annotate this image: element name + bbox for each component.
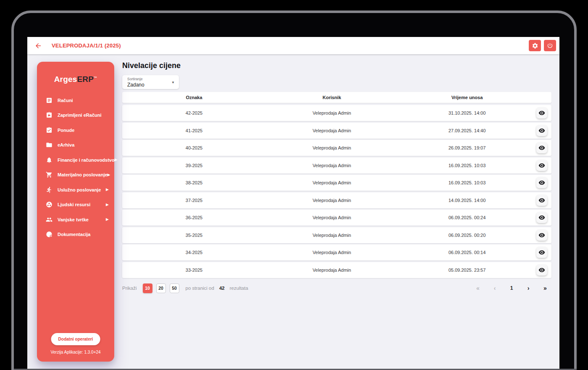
cell-vrijeme: 06.09.2025. 00:14 xyxy=(398,250,536,255)
sort-select[interactable]: Sortiranje Zadano ▼ xyxy=(122,75,179,89)
view-row-button[interactable] xyxy=(536,142,547,153)
cell-oznaka: 42-2025 xyxy=(122,110,266,115)
sidebar-item-materijalno-poslovanje[interactable]: Materijalno poslovanje ▶ xyxy=(37,168,114,183)
page-size-buttons: 102050 xyxy=(143,283,183,293)
topbar-actions xyxy=(529,40,556,51)
sort-label: Sortiranje xyxy=(127,77,175,81)
page-size-50-button[interactable]: 50 xyxy=(170,283,179,293)
chevrons-right-icon[interactable]: » xyxy=(539,285,551,291)
view-row-button[interactable] xyxy=(536,108,547,118)
view-row-button[interactable] xyxy=(536,195,547,206)
chevron-right-icon: ▶ xyxy=(106,188,109,192)
cell-korisnik: Veleprodaja Admin xyxy=(266,163,398,168)
sidebar-item-vanjske-tvrtke[interactable]: Vanjske tvrtke ▶ xyxy=(37,212,114,227)
breadcrumb-title: VELEPRODAJA/1/1 (2025) xyxy=(52,42,121,49)
sidebar-item-dokumentacija[interactable]: Dokumentacija ▶ xyxy=(37,227,114,242)
view-row-button[interactable] xyxy=(536,212,547,223)
view-row-button[interactable] xyxy=(536,177,547,188)
pagination-bar: Prikaži 102050 po stranici od 42 rezulta… xyxy=(122,283,551,293)
app-version-label: Verzija Aplikacije: 1.3.0+24 xyxy=(37,350,114,354)
cart-icon xyxy=(46,171,52,178)
app-logo: ArgesERP™ xyxy=(37,75,114,84)
cell-vrijeme: 16.09.2025. 10:03 xyxy=(398,163,536,168)
table-row: 34-2025 Veleprodaja Admin 06.09.2025. 00… xyxy=(122,244,551,260)
sidebar-item-zaprimljeni-era-uni[interactable]: Zaprimljeni eRačuni ▶ xyxy=(37,108,114,123)
column-header-korisnik: Korisnik xyxy=(266,95,398,100)
cell-korisnik: Veleprodaja Admin xyxy=(266,233,398,238)
top-app-bar: VELEPRODAJA/1/1 (2025) xyxy=(27,37,559,54)
chevron-right-icon: ▶ xyxy=(106,203,109,207)
cell-vrijeme: 27.09.2025. 14:40 xyxy=(398,128,536,133)
table-header: Oznaka Korisnik Vrijeme unosa xyxy=(122,92,551,103)
pagination-prefix-label: Prikaži xyxy=(122,286,137,291)
additional-operators-button[interactable]: Dodatni operateri xyxy=(51,333,100,345)
cell-vrijeme: 14.09.2025. 14:00 xyxy=(398,198,536,203)
eye-icon xyxy=(538,127,545,134)
view-row-button[interactable] xyxy=(536,265,547,276)
chevron-right-icon: ▶ xyxy=(106,218,109,221)
group-work-icon xyxy=(46,201,52,208)
cell-korisnik: Veleprodaja Admin xyxy=(266,215,398,220)
sort-value: Zadano xyxy=(127,82,175,88)
eye-icon xyxy=(538,214,545,221)
power-button[interactable] xyxy=(544,40,556,51)
eye-icon xyxy=(538,197,545,204)
sidebar-menu: Računi ▶ Zaprimljeni eRačuni ▶ Ponude ▶ … xyxy=(37,93,114,242)
column-header-vrijeme-unosa: Vrijeme unosa xyxy=(398,95,536,100)
table-row: 33-2025 Veleprodaja Admin 05.09.2025. 23… xyxy=(122,262,551,278)
chevrons-left-icon[interactable]: « xyxy=(472,285,484,291)
pagination-mid-label: po stranici od xyxy=(186,286,214,291)
view-row-button[interactable] xyxy=(536,230,547,241)
table-row: 35-2025 Veleprodaja Admin 06.09.2025. 00… xyxy=(122,227,551,243)
sidebar-item-financije-i-ra-unovodstvo[interactable]: Financije i računovodstvo ▶ xyxy=(37,152,114,168)
offers-list-icon xyxy=(46,127,52,134)
sidebar-item-ponude[interactable]: Ponude ▶ xyxy=(37,123,114,138)
sidebar: ArgesERP™ Računi ▶ Zaprimljeni eRačuni ▶… xyxy=(37,62,114,362)
table-row: 41-2025 Veleprodaja Admin 27.09.2025. 14… xyxy=(122,123,551,139)
view-row-button[interactable] xyxy=(536,247,547,258)
page-size-20-button[interactable]: 20 xyxy=(156,283,166,293)
settings-button[interactable] xyxy=(529,40,541,51)
cell-oznaka: 37-2025 xyxy=(122,198,266,203)
page-title: Nivelacije cijene xyxy=(122,61,551,70)
folder-icon xyxy=(46,142,52,148)
chevron-down-icon: ▼ xyxy=(171,81,175,84)
cell-vrijeme: 06.09.2025. 00:24 xyxy=(398,215,536,220)
table-row: 38-2025 Veleprodaja Admin 16.09.2025. 10… xyxy=(122,175,551,191)
page-size-10-button[interactable]: 10 xyxy=(143,283,152,293)
cell-oznaka: 38-2025 xyxy=(122,180,266,185)
sidebar-item-ra-uni[interactable]: Računi ▶ xyxy=(37,93,114,108)
chevron-right-icon: ▶ xyxy=(108,173,110,177)
eye-icon xyxy=(538,162,545,169)
view-row-button[interactable] xyxy=(536,125,547,136)
cell-oznaka: 34-2025 xyxy=(122,250,266,255)
logo-part-dark: ERP xyxy=(77,75,94,84)
cell-vrijeme: 26.09.2025. 19:07 xyxy=(398,145,536,150)
cell-vrijeme: 31.10.2025. 14:00 xyxy=(398,110,536,115)
chevron-left-icon[interactable]: ‹ xyxy=(488,285,501,291)
eye-icon xyxy=(538,110,545,116)
eye-icon xyxy=(538,267,545,273)
eye-icon xyxy=(538,179,545,186)
cell-oznaka: 39-2025 xyxy=(122,163,266,168)
cell-vrijeme: 06.09.2025. 00:20 xyxy=(398,233,536,238)
sidebar-item-earhiva[interactable]: eArhiva ▶ xyxy=(37,138,114,153)
sidebar-item-ljudski-resursi[interactable]: Ljudski resursi ▶ xyxy=(37,197,114,213)
back-button[interactable] xyxy=(32,40,44,52)
running-person-icon xyxy=(46,186,52,193)
chevron-right-icon: ▶ xyxy=(115,158,118,162)
cell-korisnik: Veleprodaja Admin xyxy=(266,145,398,150)
table-row: 40-2025 Veleprodaja Admin 26.09.2025. 19… xyxy=(122,140,551,156)
view-row-button[interactable] xyxy=(536,160,547,171)
cell-korisnik: Veleprodaja Admin xyxy=(266,128,398,133)
cell-vrijeme: 05.09.2025. 23:57 xyxy=(398,268,536,273)
table-row: 36-2025 Veleprodaja Admin 06.09.2025. 00… xyxy=(122,210,551,226)
main-content: Nivelacije cijene Sortiranje Zadano ▼ Oz… xyxy=(122,54,551,293)
table-body: 42-2025 Veleprodaja Admin 31.10.2025. 14… xyxy=(122,105,551,278)
current-page-number: 1 xyxy=(505,285,518,291)
eye-icon xyxy=(538,232,545,239)
sidebar-item-uslu-no-poslovanje[interactable]: Uslužno poslovanje ▶ xyxy=(37,182,114,197)
pagination-total-count: 42 xyxy=(219,286,225,291)
chevron-right-icon[interactable]: › xyxy=(522,285,535,291)
cell-oznaka: 36-2025 xyxy=(122,215,266,220)
